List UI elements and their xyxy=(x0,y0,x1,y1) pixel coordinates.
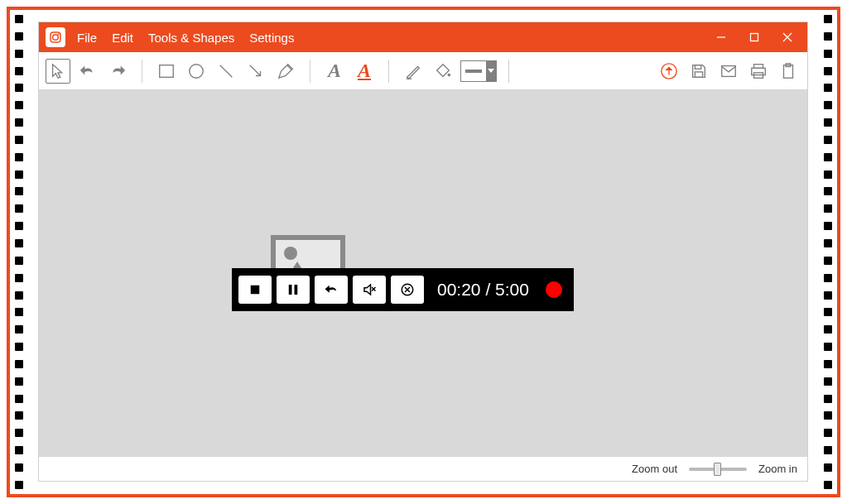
text-underline-tool[interactable]: A xyxy=(352,59,377,84)
menu-tools-shapes[interactable]: Tools & Shapes xyxy=(148,31,234,45)
chevron-down-icon xyxy=(486,61,496,81)
pen-tool[interactable] xyxy=(273,59,298,84)
toolbar: A A xyxy=(39,52,807,90)
line-tool[interactable] xyxy=(214,59,238,84)
zoom-out-label[interactable]: Zoom out xyxy=(632,463,677,475)
arrow-tool[interactable] xyxy=(243,59,268,84)
cursor-tool[interactable] xyxy=(46,59,70,84)
separator xyxy=(508,60,509,83)
svg-line-9 xyxy=(220,65,233,77)
menu-settings[interactable]: Settings xyxy=(249,31,294,45)
separator xyxy=(310,60,310,83)
canvas-area[interactable]: 00:20 / 5:00 xyxy=(39,90,807,456)
zoom-in-label[interactable]: Zoom in xyxy=(758,463,797,475)
menu-file[interactable]: File xyxy=(77,31,97,45)
svg-point-1 xyxy=(53,35,59,41)
save-button[interactable] xyxy=(686,59,711,84)
recording-indicator-icon xyxy=(546,281,562,298)
pause-button[interactable] xyxy=(277,276,310,304)
rectangle-tool[interactable] xyxy=(154,59,179,84)
text-tool[interactable]: A xyxy=(322,59,347,84)
redo-button[interactable] xyxy=(105,59,130,84)
maximize-button[interactable] xyxy=(738,22,771,52)
statusbar: Zoom out Zoom in xyxy=(39,456,807,481)
titlebar: File Edit Tools & Shapes Settings xyxy=(39,22,807,52)
separator xyxy=(142,60,142,83)
svg-rect-23 xyxy=(251,286,260,295)
svg-rect-25 xyxy=(295,285,298,295)
menubar: File Edit Tools & Shapes Settings xyxy=(77,31,294,45)
close-button[interactable] xyxy=(771,22,804,52)
highlighter-tool[interactable] xyxy=(401,59,426,84)
film-holes-right xyxy=(824,10,832,494)
zoom-slider-thumb[interactable] xyxy=(714,463,721,476)
stop-button[interactable] xyxy=(238,276,272,304)
recorder-undo-button[interactable] xyxy=(315,276,348,304)
svg-point-2 xyxy=(58,33,60,35)
upload-button[interactable] xyxy=(657,59,681,84)
svg-rect-4 xyxy=(751,34,758,41)
app-window: File Edit Tools & Shapes Settings xyxy=(38,22,808,482)
separator xyxy=(388,60,389,83)
mute-button[interactable] xyxy=(353,276,386,304)
recorder-bar: 00:20 / 5:00 xyxy=(232,268,574,311)
recorder-time: 00:20 / 5:00 xyxy=(437,280,529,300)
minimize-button[interactable] xyxy=(705,22,738,52)
line-weight-icon xyxy=(465,70,482,73)
svg-rect-7 xyxy=(160,65,174,77)
svg-point-8 xyxy=(190,64,204,78)
svg-rect-15 xyxy=(695,65,700,69)
fill-tool[interactable] xyxy=(431,59,455,84)
window-controls xyxy=(705,22,804,52)
line-weight-dropdown[interactable] xyxy=(460,60,497,82)
zoom-slider[interactable] xyxy=(689,468,747,471)
cancel-button[interactable] xyxy=(391,276,424,304)
print-button[interactable] xyxy=(746,59,771,84)
svg-point-13 xyxy=(448,73,451,76)
svg-line-10 xyxy=(250,65,261,75)
film-holes-left xyxy=(15,10,23,494)
svg-rect-16 xyxy=(695,71,702,76)
svg-rect-24 xyxy=(289,285,292,295)
circle-tool[interactable] xyxy=(184,59,209,84)
menu-edit[interactable]: Edit xyxy=(112,31,133,45)
undo-button[interactable] xyxy=(75,59,100,84)
clipboard-button[interactable] xyxy=(776,59,801,84)
app-logo-icon xyxy=(46,27,65,47)
svg-rect-17 xyxy=(722,65,736,76)
email-button[interactable] xyxy=(716,59,741,84)
